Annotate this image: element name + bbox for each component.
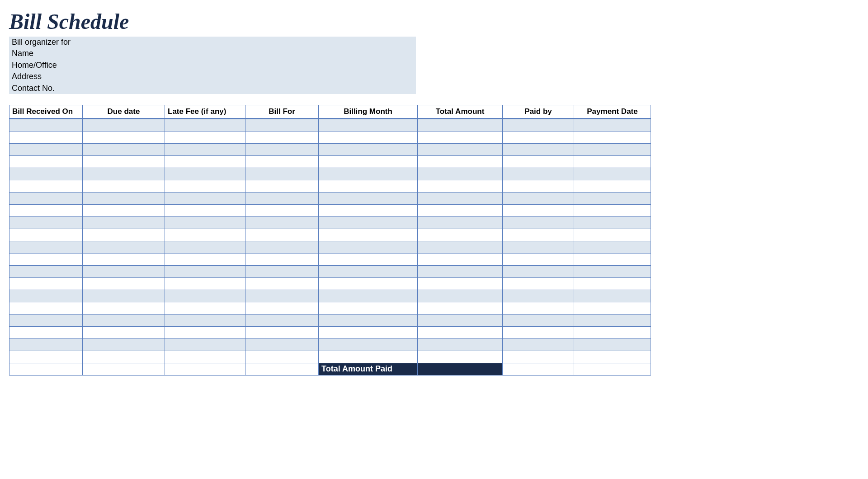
table-cell[interactable]: [503, 143, 574, 155]
table-cell[interactable]: [9, 290, 83, 302]
table-cell[interactable]: [319, 277, 418, 290]
table-cell[interactable]: [574, 229, 651, 241]
table-cell[interactable]: [9, 229, 83, 241]
table-cell[interactable]: [574, 351, 651, 363]
table-cell[interactable]: [574, 155, 651, 168]
table-cell[interactable]: [503, 168, 574, 180]
table-cell[interactable]: [83, 241, 165, 253]
table-cell[interactable]: [245, 253, 319, 265]
table-cell[interactable]: [319, 351, 418, 363]
table-cell[interactable]: [245, 168, 319, 180]
table-cell[interactable]: [165, 229, 245, 241]
table-cell[interactable]: [245, 180, 319, 192]
table-cell[interactable]: [245, 118, 319, 131]
table-cell[interactable]: [574, 277, 651, 290]
table-cell[interactable]: [503, 216, 574, 229]
table-cell[interactable]: [418, 326, 503, 338]
table-cell[interactable]: [574, 326, 651, 338]
table-cell[interactable]: [418, 265, 503, 277]
table-cell[interactable]: [165, 314, 245, 326]
table-cell[interactable]: [319, 216, 418, 229]
table-cell[interactable]: [83, 216, 165, 229]
table-cell[interactable]: [9, 302, 83, 314]
table-cell[interactable]: [9, 265, 83, 277]
table-cell[interactable]: [83, 131, 165, 143]
table-cell[interactable]: [418, 143, 503, 155]
table-cell[interactable]: [574, 253, 651, 265]
table-cell[interactable]: [83, 326, 165, 338]
table-cell[interactable]: [9, 351, 83, 363]
table-cell[interactable]: [574, 204, 651, 216]
table-cell[interactable]: [319, 314, 418, 326]
table-cell[interactable]: [503, 338, 574, 351]
table-cell[interactable]: [574, 131, 651, 143]
table-cell[interactable]: [245, 265, 319, 277]
table-cell[interactable]: [9, 180, 83, 192]
table-cell[interactable]: [319, 204, 418, 216]
table-cell[interactable]: [165, 180, 245, 192]
table-cell[interactable]: [319, 265, 418, 277]
table-cell[interactable]: [165, 241, 245, 253]
table-cell[interactable]: [418, 302, 503, 314]
table-cell[interactable]: [83, 302, 165, 314]
table-cell[interactable]: [9, 314, 83, 326]
table-cell[interactable]: [503, 118, 574, 131]
table-cell[interactable]: [165, 192, 245, 204]
table-cell[interactable]: [9, 253, 83, 265]
table-cell[interactable]: [83, 204, 165, 216]
footer-blank-cell[interactable]: [503, 363, 574, 375]
table-cell[interactable]: [9, 326, 83, 338]
table-cell[interactable]: [83, 314, 165, 326]
table-cell[interactable]: [165, 216, 245, 229]
table-cell[interactable]: [418, 314, 503, 326]
table-cell[interactable]: [418, 253, 503, 265]
table-cell[interactable]: [418, 180, 503, 192]
table-cell[interactable]: [9, 143, 83, 155]
table-cell[interactable]: [83, 180, 165, 192]
table-cell[interactable]: [319, 326, 418, 338]
table-cell[interactable]: [574, 216, 651, 229]
table-cell[interactable]: [418, 216, 503, 229]
footer-blank-cell[interactable]: [165, 363, 245, 375]
table-cell[interactable]: [165, 338, 245, 351]
table-cell[interactable]: [319, 229, 418, 241]
footer-blank-cell[interactable]: [9, 363, 83, 375]
table-cell[interactable]: [165, 155, 245, 168]
table-cell[interactable]: [418, 204, 503, 216]
table-cell[interactable]: [165, 143, 245, 155]
table-cell[interactable]: [83, 290, 165, 302]
table-cell[interactable]: [319, 168, 418, 180]
table-cell[interactable]: [418, 241, 503, 253]
table-cell[interactable]: [319, 180, 418, 192]
table-cell[interactable]: [503, 351, 574, 363]
table-cell[interactable]: [319, 155, 418, 168]
table-cell[interactable]: [418, 229, 503, 241]
table-cell[interactable]: [503, 131, 574, 143]
table-cell[interactable]: [245, 277, 319, 290]
table-cell[interactable]: [165, 265, 245, 277]
table-cell[interactable]: [245, 326, 319, 338]
table-cell[interactable]: [503, 180, 574, 192]
table-cell[interactable]: [165, 302, 245, 314]
table-cell[interactable]: [319, 118, 418, 131]
table-cell[interactable]: [418, 192, 503, 204]
table-cell[interactable]: [574, 314, 651, 326]
table-cell[interactable]: [83, 338, 165, 351]
table-cell[interactable]: [83, 168, 165, 180]
table-cell[interactable]: [83, 118, 165, 131]
table-cell[interactable]: [503, 253, 574, 265]
footer-blank-cell[interactable]: [83, 363, 165, 375]
table-cell[interactable]: [503, 265, 574, 277]
table-cell[interactable]: [9, 277, 83, 290]
table-cell[interactable]: [165, 253, 245, 265]
table-cell[interactable]: [9, 155, 83, 168]
table-cell[interactable]: [245, 216, 319, 229]
table-cell[interactable]: [83, 155, 165, 168]
table-cell[interactable]: [245, 131, 319, 143]
table-cell[interactable]: [245, 351, 319, 363]
footer-blank-cell[interactable]: [245, 363, 319, 375]
table-cell[interactable]: [83, 229, 165, 241]
table-cell[interactable]: [574, 118, 651, 131]
table-cell[interactable]: [574, 290, 651, 302]
table-cell[interactable]: [503, 314, 574, 326]
